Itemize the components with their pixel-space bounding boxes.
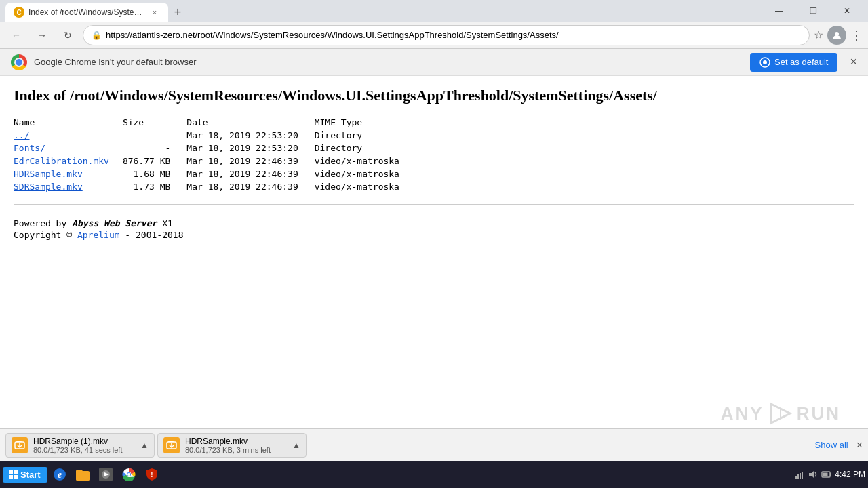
table-row: HDRSample.mkv 1.68 MB Mar 18, 2019 22:46… bbox=[14, 167, 413, 180]
page-title: Index of /root/Windows/SystemResources/W… bbox=[14, 87, 854, 104]
lock-icon: 🔒 bbox=[92, 30, 102, 40]
systray: 4:42 PM bbox=[794, 469, 865, 480]
set-default-button[interactable]: Set as default bbox=[750, 53, 838, 72]
taskbar-shield-icon[interactable]: ! bbox=[141, 464, 163, 485]
file-link[interactable]: HDRSample.mkv bbox=[14, 169, 83, 179]
download-item[interactable]: HDRSample (1).mkv 80.0/1,723 KB, 41 secs… bbox=[5, 433, 155, 458]
col-mime: MIME Type bbox=[315, 116, 413, 129]
svg-rect-11 bbox=[9, 470, 13, 474]
download-chevron-icon[interactable]: ▲ bbox=[140, 441, 149, 450]
tab-bar: C Index of /root/Windows/SystemRes... × … bbox=[5, 0, 187, 22]
download-status: 80.0/1,723 KB, 41 secs left bbox=[33, 446, 135, 454]
file-size-cell: 1.73 MB bbox=[123, 180, 186, 193]
banner-close-button[interactable]: × bbox=[850, 55, 857, 69]
file-name-cell[interactable]: SDRSample.mkv bbox=[14, 180, 123, 193]
taskbar-media-icon[interactable] bbox=[95, 464, 117, 485]
download-filename: HDRSample (1).mkv bbox=[33, 436, 128, 446]
file-date-cell: Mar 18, 2019 22:53:20 bbox=[186, 142, 314, 155]
file-size-cell: 876.77 KB bbox=[123, 155, 186, 167]
file-mime-cell: video/x-matroska bbox=[315, 180, 413, 193]
table-row: ../ - Mar 18, 2019 22:53:20 Directory bbox=[14, 129, 413, 142]
banner-text: Google Chrome isn't your default browser bbox=[34, 57, 743, 67]
svg-rect-33 bbox=[823, 473, 828, 476]
file-link[interactable]: ../ bbox=[14, 130, 29, 140]
table-row: Fonts/ - Mar 18, 2019 22:53:20 Directory bbox=[14, 142, 413, 155]
forward-button[interactable]: → bbox=[31, 24, 53, 46]
network-icon bbox=[794, 469, 805, 480]
svg-point-4 bbox=[763, 60, 767, 64]
table-row: EdrCalibration.mkv 876.77 KB Mar 18, 201… bbox=[14, 155, 413, 167]
download-item[interactable]: HDRSample.mkv 80.0/1,723 KB, 3 mins left… bbox=[157, 433, 307, 458]
copyright-prefix: Copyright © bbox=[14, 230, 77, 240]
file-name-cell[interactable]: EdrCalibration.mkv bbox=[14, 155, 123, 167]
copyright-suffix: - 2001-2018 bbox=[120, 230, 184, 240]
watermark: ANY RUN bbox=[721, 401, 841, 426]
file-link[interactable]: SDRSample.mkv bbox=[14, 182, 83, 192]
powered-by-prefix: Powered by bbox=[14, 218, 72, 228]
svg-rect-27 bbox=[797, 474, 799, 479]
page-content: Index of /root/Windows/SystemResources/W… bbox=[0, 76, 868, 428]
col-size: Size bbox=[123, 116, 186, 129]
file-link[interactable]: Fonts/ bbox=[14, 143, 45, 153]
menu-button[interactable]: ⋮ bbox=[850, 28, 863, 43]
svg-rect-26 bbox=[795, 476, 797, 479]
back-button[interactable]: ← bbox=[5, 24, 27, 46]
address-bar: ← → ↻ 🔒 https://atlantis-zero.net/root/W… bbox=[0, 22, 868, 49]
close-button[interactable]: ✕ bbox=[831, 0, 863, 22]
bookmark-button[interactable]: ☆ bbox=[814, 28, 823, 41]
show-all-button[interactable]: Show all bbox=[810, 440, 854, 450]
footer-divider bbox=[14, 204, 854, 205]
url-bar[interactable]: 🔒 https://atlantis-zero.net/root/Windows… bbox=[83, 25, 810, 45]
title-bar: C Index of /root/Windows/SystemRes... × … bbox=[0, 0, 868, 22]
svg-text:!: ! bbox=[151, 471, 153, 479]
download-file-icon bbox=[163, 437, 180, 453]
chrome-logo-icon bbox=[11, 54, 27, 70]
table-header-row: Name Size Date MIME Type bbox=[14, 116, 413, 129]
start-icon bbox=[9, 470, 18, 479]
server-name: Abyss Web Server bbox=[72, 218, 157, 228]
file-name-cell[interactable]: HDRSample.mkv bbox=[14, 167, 123, 180]
system-time: 4:42 PM bbox=[835, 470, 865, 479]
download-info: HDRSample.mkv 80.0/1,723 KB, 3 mins left bbox=[185, 436, 287, 454]
tab-close-button[interactable]: × bbox=[149, 7, 160, 18]
svg-rect-12 bbox=[14, 470, 18, 474]
new-tab-button[interactable]: + bbox=[168, 3, 187, 22]
maximize-button[interactable]: ❐ bbox=[797, 0, 829, 22]
taskbar-chrome-icon[interactable] bbox=[118, 464, 140, 485]
profile-button[interactable] bbox=[827, 26, 846, 45]
file-name-cell[interactable]: ../ bbox=[14, 129, 123, 142]
info-banner: Google Chrome isn't your default browser… bbox=[0, 49, 868, 76]
set-default-icon bbox=[760, 57, 770, 68]
taskbar-ie-icon[interactable]: e bbox=[49, 464, 71, 485]
download-info: HDRSample (1).mkv 80.0/1,723 KB, 41 secs… bbox=[33, 436, 135, 454]
table-row: SDRSample.mkv 1.73 MB Mar 18, 2019 22:46… bbox=[14, 180, 413, 193]
svg-text:C: C bbox=[16, 9, 21, 16]
file-name-cell[interactable]: Fonts/ bbox=[14, 142, 123, 155]
battery-icon bbox=[821, 469, 832, 480]
taskbar-folder-icon[interactable] bbox=[72, 464, 94, 485]
volume-icon bbox=[808, 469, 818, 480]
file-mime-cell: Directory bbox=[315, 129, 413, 142]
svg-rect-29 bbox=[802, 472, 803, 479]
minimize-button[interactable]: — bbox=[764, 0, 795, 22]
tab-favicon: C bbox=[14, 7, 24, 18]
server-version: X1 bbox=[157, 218, 172, 228]
active-tab[interactable]: C Index of /root/Windows/SystemRes... × bbox=[5, 3, 168, 22]
svg-rect-32 bbox=[830, 473, 831, 476]
reload-button[interactable]: ↻ bbox=[57, 24, 79, 46]
header-divider bbox=[14, 110, 854, 110]
download-filename: HDRSample.mkv bbox=[185, 436, 280, 446]
file-mime-cell: video/x-matroska bbox=[315, 155, 413, 167]
download-status: 80.0/1,723 KB, 3 mins left bbox=[185, 446, 287, 454]
file-link[interactable]: EdrCalibration.mkv bbox=[14, 156, 109, 166]
download-chevron-icon[interactable]: ▲ bbox=[292, 441, 300, 450]
file-size-cell: - bbox=[123, 129, 186, 142]
taskbar: Start e bbox=[0, 461, 868, 488]
page-footer: Powered by Abyss Web Server X1 Copyright… bbox=[14, 218, 854, 240]
svg-rect-13 bbox=[9, 475, 13, 479]
download-bar-close-button[interactable]: × bbox=[856, 439, 863, 451]
file-date-cell: Mar 18, 2019 22:46:39 bbox=[186, 180, 314, 193]
copyright-link[interactable]: Aprelium bbox=[77, 230, 120, 240]
start-button[interactable]: Start bbox=[3, 467, 47, 483]
url-text: https://atlantis-zero.net/root/Windows/S… bbox=[106, 30, 801, 40]
